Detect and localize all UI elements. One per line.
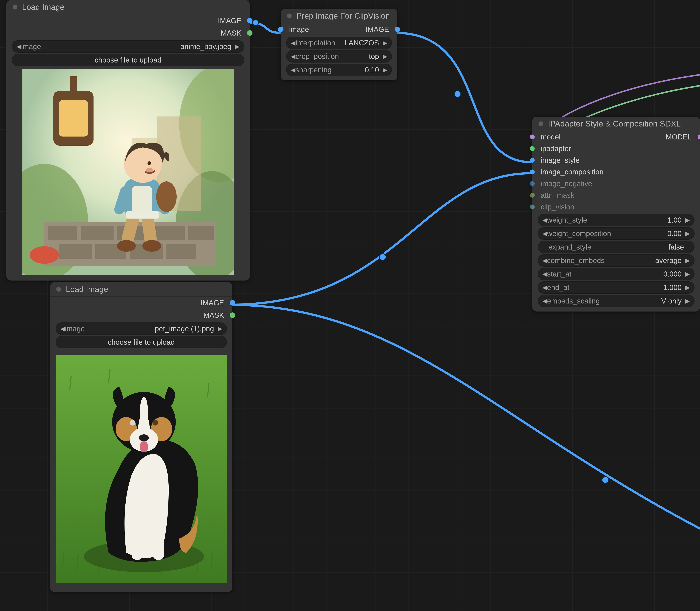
port-image-negative[interactable]: image_negative bbox=[532, 178, 700, 189]
arrow-right-icon[interactable]: ▶ bbox=[685, 284, 690, 291]
arrow-right-icon[interactable]: ▶ bbox=[685, 230, 690, 237]
port-image-style[interactable]: image_style bbox=[532, 154, 700, 166]
collapse-dot-icon[interactable] bbox=[538, 121, 543, 126]
widget-label: image bbox=[65, 325, 85, 333]
svg-point-3 bbox=[602, 477, 609, 483]
svg-rect-15 bbox=[81, 226, 114, 240]
output-image[interactable]: IMAGE bbox=[50, 297, 233, 309]
collapse-dot-icon[interactable] bbox=[56, 287, 61, 292]
svg-rect-48 bbox=[132, 532, 143, 560]
svg-rect-10 bbox=[70, 76, 77, 93]
port-ipadapter[interactable]: ipadapter bbox=[532, 143, 700, 154]
widget-value: pet_image (1).png bbox=[155, 325, 214, 333]
socket-model-out[interactable] bbox=[698, 135, 700, 139]
node-prep-clipvision[interactable]: Prep Image For ClipVision image IMAGE ◀ … bbox=[281, 9, 398, 80]
socket-image-out[interactable] bbox=[394, 27, 400, 32]
arrow-left-icon[interactable]: ◀ bbox=[542, 217, 547, 223]
arrow-right-icon[interactable]: ▶ bbox=[685, 270, 690, 278]
svg-rect-18 bbox=[188, 226, 214, 240]
image-preview bbox=[12, 69, 244, 275]
arrow-left-icon[interactable]: ◀ bbox=[542, 297, 547, 304]
svg-rect-17 bbox=[152, 226, 185, 240]
svg-rect-19 bbox=[59, 244, 92, 259]
arrow-left-icon[interactable]: ◀ bbox=[542, 230, 547, 237]
port-attn-mask[interactable]: attn_mask bbox=[532, 189, 700, 201]
output-mask[interactable]: MASK bbox=[50, 309, 233, 322]
socket-image-style-in[interactable] bbox=[530, 158, 535, 163]
output-image-label: IMAGE bbox=[362, 25, 392, 33]
node-graph-canvas[interactable]: Load Image IMAGE MASK ◀ image anime_boy.… bbox=[0, 0, 700, 611]
socket-mask-out[interactable] bbox=[230, 312, 235, 318]
node-header[interactable]: Load Image bbox=[50, 282, 233, 297]
image-selector[interactable]: ◀ image pet_image (1).png ▶ bbox=[56, 323, 227, 335]
collapse-dot-icon[interactable] bbox=[13, 5, 17, 10]
socket-ipadapter-in[interactable] bbox=[530, 146, 535, 151]
svg-point-26 bbox=[117, 240, 136, 252]
svg-rect-32 bbox=[126, 211, 159, 219]
end-at-input[interactable]: ◀ end_at 1.000 ▶ bbox=[538, 281, 695, 294]
svg-point-27 bbox=[143, 240, 161, 252]
start-at-input[interactable]: ◀ start_at 0.000 ▶ bbox=[538, 268, 695, 280]
expand-style-toggle[interactable]: expand_style false bbox=[538, 241, 695, 253]
arrow-right-icon[interactable]: ▶ bbox=[235, 43, 240, 50]
socket-clip-vision-in
all[interactable] bbox=[530, 205, 535, 209]
image-preview bbox=[56, 351, 227, 586]
node-header[interactable]: Load Image bbox=[6, 0, 250, 14]
collapse-dot-icon[interactable] bbox=[287, 14, 292, 18]
arrow-left-icon[interactable]: ◀ bbox=[542, 270, 547, 278]
node-title: IPAdapter Style & Composition SDXL bbox=[548, 119, 681, 128]
arrow-left-icon[interactable]: ◀ bbox=[17, 43, 21, 50]
sharpening-input[interactable]: ◀ sharpening 0.10 ▶ bbox=[286, 64, 392, 76]
node-title: Load Image bbox=[22, 2, 64, 12]
svg-point-57 bbox=[152, 420, 158, 426]
input-image-label: image bbox=[286, 25, 312, 33]
arrow-right-icon[interactable]: ▶ bbox=[218, 325, 222, 332]
combine-embeds-select[interactable]: ◀ combine_embeds average ▶ bbox=[538, 254, 695, 267]
weight-composition-input[interactable]: ◀ weight_composition 0.00 ▶ bbox=[538, 227, 695, 240]
port-image-composition[interactable]: image_composition bbox=[532, 166, 700, 178]
node-load-image-1[interactable]: Load Image IMAGE MASK ◀ image anime_boy.… bbox=[6, 0, 250, 281]
node-ipadapter-style-comp[interactable]: IPAdapter Style & Composition SDXL model… bbox=[532, 117, 700, 312]
image-selector[interactable]: ◀ image anime_boy.jpeg ▶ bbox=[12, 40, 244, 53]
crop-position-select[interactable]: ◀ crop_position top ▶ bbox=[286, 50, 392, 62]
node-title: Prep Image For ClipVision bbox=[296, 11, 390, 20]
port-model-row: model MODEL bbox=[532, 131, 700, 143]
socket-mask-out[interactable] bbox=[247, 30, 252, 36]
output-mask[interactable]: MASK bbox=[6, 27, 250, 39]
port-clip-vision[interactable]: clip_vision bbox=[532, 201, 700, 213]
socket-attn-mask-in[interactable] bbox=[530, 193, 535, 198]
arrow-right-icon[interactable]: ▶ bbox=[685, 257, 690, 264]
upload-button[interactable]: choose file to upload bbox=[56, 336, 227, 348]
socket-image-comp-in[interactable] bbox=[530, 169, 535, 174]
arrow-right-icon[interactable]: ▶ bbox=[685, 297, 690, 304]
arrow-left-icon[interactable]: ◀ bbox=[291, 39, 296, 46]
embeds-scaling-select[interactable]: ◀ embeds_scaling V only ▶ bbox=[538, 295, 695, 307]
arrow-right-icon[interactable]: ▶ bbox=[383, 66, 387, 73]
socket-image-in[interactable] bbox=[278, 27, 283, 32]
upload-button[interactable]: choose file to upload bbox=[12, 54, 244, 66]
interpolation-select[interactable]: ◀ interpolation LANCZOS ▶ bbox=[286, 36, 392, 49]
socket-image-out[interactable] bbox=[247, 18, 252, 23]
arrow-right-icon[interactable]: ▶ bbox=[383, 53, 387, 60]
node-title: Load Image bbox=[66, 285, 108, 294]
svg-point-55 bbox=[140, 441, 148, 452]
arrow-left-icon[interactable]: ◀ bbox=[542, 284, 547, 291]
socket-image-neg-in[interactable] bbox=[530, 181, 535, 186]
widget-value: anime_boy.jpeg bbox=[180, 43, 231, 51]
output-image[interactable]: IMAGE bbox=[6, 14, 250, 27]
arrow-left-icon[interactable]: ◀ bbox=[542, 257, 547, 264]
arrow-left-icon[interactable]: ◀ bbox=[291, 53, 296, 60]
socket-image-out[interactable] bbox=[230, 300, 235, 306]
arrow-right-icon[interactable]: ▶ bbox=[383, 39, 387, 46]
svg-point-2 bbox=[379, 254, 386, 260]
arrow-right-icon[interactable]: ▶ bbox=[685, 217, 690, 223]
arrow-left-icon[interactable]: ◀ bbox=[291, 66, 296, 73]
widget-label: image bbox=[21, 43, 41, 51]
node-load-image-2[interactable]: Load Image IMAGE MASK ◀ image pet_image … bbox=[50, 282, 233, 592]
node-header[interactable]: IPAdapter Style & Composition SDXL bbox=[532, 117, 700, 131]
socket-model-in[interactable] bbox=[530, 135, 535, 139]
arrow-left-icon[interactable]: ◀ bbox=[60, 325, 65, 332]
svg-rect-9 bbox=[59, 100, 88, 136]
node-header[interactable]: Prep Image For ClipVision bbox=[281, 9, 398, 23]
weight-style-input[interactable]: ◀ weight_style 1.00 ▶ bbox=[538, 214, 695, 226]
